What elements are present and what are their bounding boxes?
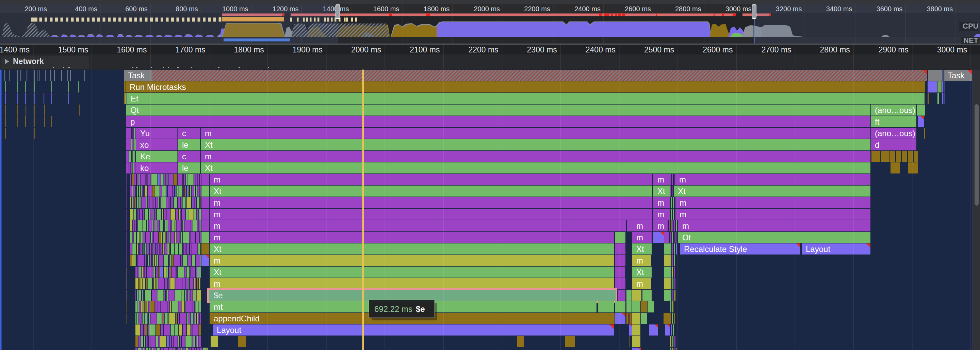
svg-text:Xt: Xt <box>214 187 221 196</box>
svg-text:m: m <box>682 221 689 230</box>
svg-text:m: m <box>205 152 212 161</box>
svg-text:NET: NET <box>963 36 978 45</box>
svg-text:m: m <box>636 279 643 288</box>
svg-text:m: m <box>214 279 221 288</box>
svg-text:le: le <box>182 140 189 149</box>
svg-text:2000 ms: 2000 ms <box>351 45 381 54</box>
svg-text:m: m <box>205 129 212 138</box>
svg-text:m: m <box>679 175 686 184</box>
svg-text:m: m <box>657 221 664 230</box>
svg-text:CPU: CPU <box>963 22 978 30</box>
svg-text:c: c <box>182 129 186 138</box>
svg-text:m: m <box>636 233 643 242</box>
svg-text:m: m <box>214 256 221 265</box>
svg-text:2400 ms: 2400 ms <box>574 5 601 13</box>
svg-text:d: d <box>875 140 879 149</box>
svg-text:1800 ms: 1800 ms <box>234 45 264 54</box>
svg-text:692.22 ms: 692.22 ms <box>374 304 412 313</box>
svg-text:2600 ms: 2600 ms <box>625 5 651 13</box>
svg-text:2200 ms: 2200 ms <box>524 5 550 13</box>
svg-text:p: p <box>130 117 135 126</box>
svg-text:Task: Task <box>948 71 965 80</box>
svg-text:ft: ft <box>875 117 880 126</box>
svg-text:Xt: Xt <box>214 245 221 254</box>
svg-text:2000 ms: 2000 ms <box>474 5 500 13</box>
svg-text:m: m <box>214 175 221 184</box>
svg-text:2900 ms: 2900 ms <box>878 45 908 54</box>
svg-text:(ano…ous): (ano…ous) <box>875 105 915 115</box>
svg-text:2700 ms: 2700 ms <box>761 45 791 54</box>
svg-text:c: c <box>182 152 186 161</box>
svg-text:m: m <box>679 210 686 219</box>
svg-text:Task: Task <box>128 71 145 80</box>
svg-text:m: m <box>636 256 643 265</box>
svg-text:2800 ms: 2800 ms <box>675 5 701 13</box>
svg-text:Ot: Ot <box>682 233 691 242</box>
svg-text:Run Microtasks: Run Microtasks <box>130 82 186 91</box>
svg-text:Xt: Xt <box>205 163 213 173</box>
svg-text:m: m <box>657 175 664 184</box>
svg-text:Network: Network <box>13 57 44 66</box>
svg-text:mt: mt <box>214 302 223 312</box>
svg-text:Xt: Xt <box>636 245 644 254</box>
svg-text:m: m <box>657 210 664 219</box>
svg-text:m: m <box>657 198 664 207</box>
svg-text:le: le <box>182 163 189 173</box>
svg-text:1600 ms: 1600 ms <box>373 5 399 13</box>
svg-text:m: m <box>679 198 686 207</box>
svg-text:Et: Et <box>130 94 138 103</box>
svg-text:appendChild: appendChild <box>214 314 259 323</box>
svg-text:Xt: Xt <box>678 187 686 196</box>
svg-text:Qt: Qt <box>130 105 139 115</box>
svg-text:2500 ms: 2500 ms <box>644 45 674 54</box>
svg-text:1800 ms: 1800 ms <box>423 5 450 13</box>
svg-text:1400 ms: 1400 ms <box>0 45 30 54</box>
svg-text:1700 ms: 1700 ms <box>175 45 205 54</box>
svg-text:Recalculate Style: Recalculate Style <box>684 245 747 254</box>
svg-text:Layout: Layout <box>806 245 830 254</box>
svg-text:1900 ms: 1900 ms <box>293 45 323 54</box>
svg-text:2300 ms: 2300 ms <box>527 45 557 54</box>
svg-text:Ke: Ke <box>140 152 150 161</box>
svg-text:m: m <box>636 221 643 230</box>
svg-text:(ano…ous): (ano…ous) <box>875 129 915 138</box>
svg-text:Xt: Xt <box>214 268 221 277</box>
svg-text:ko: ko <box>140 163 149 173</box>
svg-text:m: m <box>214 221 221 230</box>
svg-text:2600 ms: 2600 ms <box>703 45 733 54</box>
svg-text:2800 ms: 2800 ms <box>820 45 850 54</box>
svg-text:$e: $e <box>214 291 223 300</box>
svg-text:2200 ms: 2200 ms <box>468 45 498 54</box>
svg-text:m: m <box>214 198 221 207</box>
svg-text:Xt: Xt <box>636 268 644 277</box>
svg-text:Layout: Layout <box>217 326 241 335</box>
svg-text:m: m <box>214 233 221 242</box>
svg-text:$e: $e <box>416 304 425 313</box>
svg-text:3000 ms: 3000 ms <box>725 5 752 13</box>
svg-text:1600 ms: 1600 ms <box>117 45 147 54</box>
svg-text:2100 ms: 2100 ms <box>410 45 440 54</box>
svg-text:Xt: Xt <box>657 187 665 196</box>
svg-text:m: m <box>214 210 221 219</box>
svg-text:Xt: Xt <box>205 140 213 149</box>
svg-text:xo: xo <box>140 140 149 149</box>
svg-text:Yu: Yu <box>140 129 150 138</box>
svg-text:1500 ms: 1500 ms <box>58 45 88 54</box>
svg-text:3000 ms: 3000 ms <box>937 45 967 54</box>
svg-text:2400 ms: 2400 ms <box>585 45 616 54</box>
